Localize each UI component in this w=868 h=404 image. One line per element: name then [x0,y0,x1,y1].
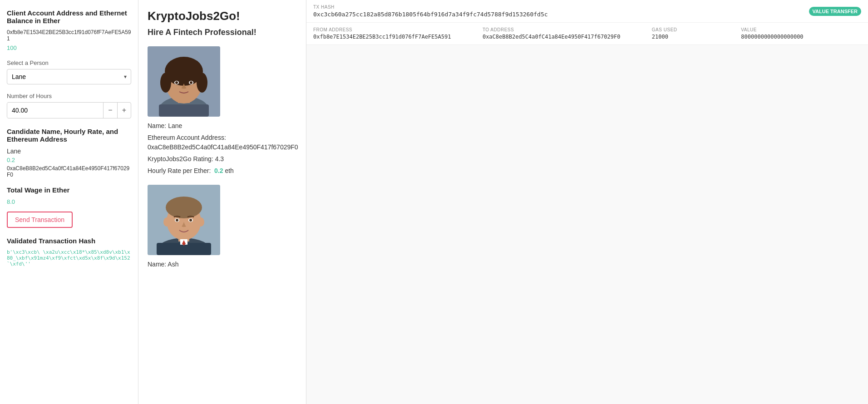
from-label: FROM ADDRESS [313,27,473,32]
candidate-section-heading: Candidate Name, Hourly Rate, and Ethereu… [7,128,131,143]
gas-used-col: GAS USED 21000 [652,27,732,40]
total-section: Total Wage in Ether 8.0 [7,186,131,205]
from-address-col: FROM ADDRESS 0xfb8e7E1534E2BE25B3cc1f91d… [313,27,473,40]
validated-hash-heading: Validated Transaction Hash [7,237,131,245]
total-wage-heading: Total Wage in Ether [7,186,131,194]
candidate-card-ash: Name: Ash [148,185,297,269]
svg-rect-11 [159,104,209,117]
tx-hash-section: TX HASH 0xc3cb60a275cc182a85d876b1805f64… [313,5,809,18]
svg-point-5 [160,73,171,93]
tx-hash-label: TX HASH [313,5,809,10]
client-account-address: 0xfb8e7E1534E2BE25B3cc1f91d076fF7AeFE5A5… [7,29,131,42]
send-transaction-button[interactable]: Send Transaction [7,212,73,228]
tx-record-header: TX HASH 0xc3cb60a275cc182a85d876b1805f64… [306,0,868,23]
gas-label: GAS USED [652,27,732,32]
candidate-eth-address: 0xaC8eB8B2ed5C4a0fC41a84Ee4950F417f67029… [7,165,131,178]
select-person-label: Select a Person [7,59,131,66]
candidate-photo-ash [148,185,220,255]
gas-value: 21000 [652,34,732,40]
candidate-photo-lane [148,46,220,117]
tx-details-row: FROM ADDRESS 0xfb8e7E1534E2BE25B3cc1f91d… [306,23,868,45]
hours-label: Number of Hours [7,93,131,99]
lane-rating: KryptoJobs2Go Rating: 4.3 [148,154,297,164]
svg-point-17 [163,217,170,227]
client-account-heading: Client Account Address and Ethernet Bala… [7,9,131,25]
person-select[interactable]: Lane Ash Jordan Alex [7,69,131,84]
value-col: VALUE 8000000000000000000 [741,27,861,40]
app-title: KryptoJobs2Go! [148,9,297,23]
svg-point-21 [176,219,178,222]
candidate-card-lane: Name: Lane Ethereum Account Address:0xaC… [148,46,297,176]
svg-point-6 [197,73,207,93]
svg-point-9 [175,81,178,84]
ash-name: Name: Ash [148,260,297,269]
svg-point-22 [189,219,192,222]
candidate-section: Candidate Name, Hourly Rate, and Ethereu… [7,128,131,178]
hours-input[interactable] [7,103,103,118]
hours-decrement-button[interactable]: − [103,103,117,118]
svg-point-18 [198,217,204,227]
from-address-value: 0xfb8e7E1534E2BE25B3cc1f91d076fF7AeFE5A5… [313,34,473,40]
candidate-info-ash: Name: Ash [148,260,297,269]
right-panel: TX HASH 0xc3cb60a275cc182a85d876b1805f64… [306,0,868,404]
value-amount: 8000000000000000000 [741,34,861,40]
eth-balance: 100 [7,44,131,51]
lane-name: Name: Lane [148,121,297,131]
person-select-wrapper: Lane Ash Jordan Alex ▾ [7,69,131,84]
value-label: VALUE [741,27,861,32]
tx-hash-value: 0xc3cb60a275cc182a85d876b1805f64bf916d7a… [313,11,809,18]
candidate-info-lane: Name: Lane Ethereum Account Address:0xaC… [148,121,297,176]
app-subtitle: Hire A Fintech Professional! [148,28,297,37]
hours-input-row: − + [7,102,131,118]
total-wage-value: 8.0 [7,198,131,205]
hours-increment-button[interactable]: + [117,103,131,118]
to-label: TO ADDRESS [483,27,643,32]
lane-rate: Hourly Rate per Ether: 0.2 eth [148,166,297,176]
candidate-rate: 0.2 [7,157,131,163]
to-address-value: 0xaC8eB8B2ed5C4a0fC41a84Ee4950F417f67029… [483,34,643,40]
svg-point-10 [190,81,192,84]
left-panel: Client Account Address and Ethernet Bala… [0,0,138,404]
to-address-col: TO ADDRESS 0xaC8eB8B2ed5C4a0fC41a84Ee495… [483,27,643,40]
candidate-name: Lane [7,148,131,155]
validated-section: Validated Transaction Hash b'\xc3\xcb\ \… [7,237,131,267]
validated-tx-hash: b'\xc3\xcb\ \xa2u\xcc\x18*\x85\xd8v\xb1\… [7,249,131,267]
lane-eth: Ethereum Account Address:0xaC8eB8B2ed5C4… [148,133,297,152]
value-transfer-badge: VALUE TRANSFER [809,7,861,16]
middle-panel: KryptoJobs2Go! Hire A Fintech Profession… [138,0,306,404]
svg-point-16 [166,197,202,218]
